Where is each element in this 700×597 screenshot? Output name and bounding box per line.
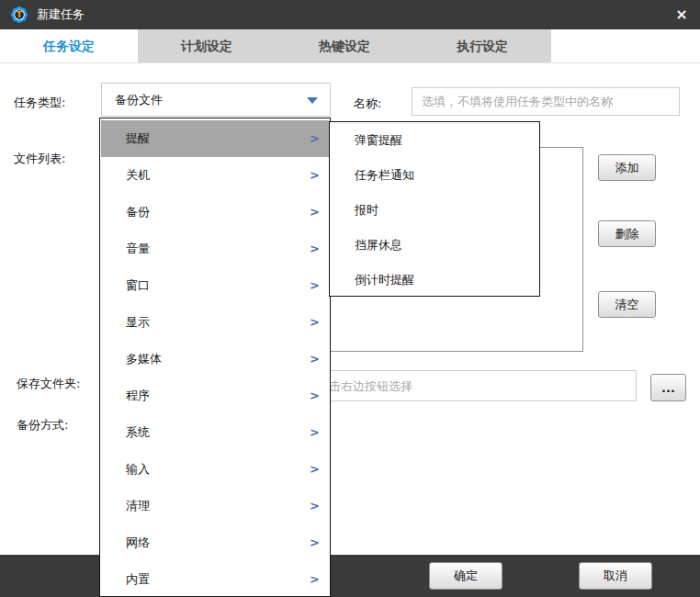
menu-item-label: 内置 xyxy=(126,561,150,597)
task-type-menu: 提醒 > 关机 > 备份 > 音量 > 窗口 > 显示 > 多媒体 > 程序 > xyxy=(99,118,331,597)
new-task-dialog: T 新建任务 × 任务设定 计划设定 热键设定 执行设定 任务类型: 名称: 文… xyxy=(0,0,700,597)
delete-button[interactable]: 删除 xyxy=(598,220,656,247)
submenu-arrow-icon: > xyxy=(310,267,320,304)
menu-item-label: 系统 xyxy=(126,414,150,451)
menu-item-label: 多媒体 xyxy=(126,341,162,377)
close-icon[interactable]: × xyxy=(669,4,694,26)
menu-item-label: 提醒 xyxy=(126,120,150,157)
menu-item-network[interactable]: 网络 > xyxy=(101,524,329,561)
submenu-item-label: 倒计时提醒 xyxy=(355,263,414,298)
app-logo-icon: T xyxy=(9,5,29,25)
submenu-arrow-icon: > xyxy=(310,524,320,561)
task-type-value: 备份文件 xyxy=(115,84,163,116)
menu-item-backup[interactable]: 备份 > xyxy=(101,194,329,231)
menu-item-label: 程序 xyxy=(126,377,150,414)
menu-item-label: 显示 xyxy=(126,304,150,341)
backup-mode-label: 备份方式: xyxy=(17,417,68,434)
submenu-arrow-icon: > xyxy=(310,488,320,524)
menu-item-label: 网络 xyxy=(126,524,150,561)
submenu-arrow-icon: > xyxy=(310,451,320,488)
window-title: 新建任务 xyxy=(37,0,85,29)
reminder-submenu: 弹窗提醒 任务栏通知 报时 挡屏休息 倒计时提醒 xyxy=(329,121,540,297)
cancel-button[interactable]: 取消 xyxy=(579,562,652,590)
name-label: 名称: xyxy=(354,96,381,112)
submenu-arrow-icon: > xyxy=(310,157,320,194)
submenu-arrow-icon: > xyxy=(310,561,320,597)
app-logo-letter: T xyxy=(17,10,22,19)
submenu-item-taskbar-notify[interactable]: 任务栏通知 xyxy=(331,158,538,193)
menu-item-program[interactable]: 程序 > xyxy=(101,377,329,414)
menu-item-label: 清理 xyxy=(126,488,150,524)
name-input[interactable] xyxy=(412,87,680,116)
menu-item-input[interactable]: 输入 > xyxy=(101,451,329,488)
tab-hotkey-settings[interactable]: 热键设定 xyxy=(276,29,413,62)
submenu-arrow-icon: > xyxy=(310,414,320,451)
task-type-combobox[interactable]: 备份文件 xyxy=(101,83,331,117)
submenu-item-label: 报时 xyxy=(355,193,378,228)
submenu-item-popup-reminder[interactable]: 弹窗提醒 xyxy=(331,123,538,158)
menu-item-system[interactable]: 系统 > xyxy=(101,414,329,451)
submenu-item-screen-rest[interactable]: 挡屏休息 xyxy=(331,228,538,263)
menu-item-volume[interactable]: 音量 > xyxy=(101,231,329,267)
browse-button[interactable]: ... xyxy=(650,374,686,401)
menu-item-multimedia[interactable]: 多媒体 > xyxy=(101,341,329,377)
title-bar: T 新建任务 × xyxy=(0,0,700,29)
menu-item-reminder[interactable]: 提醒 > xyxy=(101,120,329,157)
tab-execute-settings[interactable]: 执行设定 xyxy=(413,29,551,62)
tab-strip: 任务设定 计划设定 热键设定 执行设定 xyxy=(0,29,700,62)
submenu-arrow-icon: > xyxy=(310,231,320,267)
menu-item-label: 备份 xyxy=(126,194,150,231)
menu-item-cleanup[interactable]: 清理 > xyxy=(101,488,329,524)
chevron-down-icon xyxy=(307,97,318,104)
menu-item-window[interactable]: 窗口 > xyxy=(101,267,329,304)
menu-item-builtin[interactable]: 内置 > xyxy=(101,561,329,597)
task-type-label: 任务类型: xyxy=(14,95,65,111)
menu-item-display[interactable]: 显示 > xyxy=(101,304,329,341)
add-button[interactable]: 添加 xyxy=(598,154,656,181)
file-list-label: 文件列表: xyxy=(14,151,65,167)
menu-item-label: 窗口 xyxy=(126,267,150,304)
tab-plan-settings[interactable]: 计划设定 xyxy=(138,29,276,62)
submenu-item-time-announce[interactable]: 报时 xyxy=(331,193,538,228)
tab-task-settings[interactable]: 任务设定 xyxy=(0,29,138,62)
menu-item-label: 音量 xyxy=(126,231,150,267)
submenu-arrow-icon: > xyxy=(310,120,320,157)
submenu-arrow-icon: > xyxy=(310,377,320,414)
menu-item-label: 关机 xyxy=(126,157,150,194)
menu-item-shutdown[interactable]: 关机 > xyxy=(101,157,329,194)
submenu-item-label: 弹窗提醒 xyxy=(355,123,402,158)
submenu-item-countdown-remind[interactable]: 倒计时提醒 xyxy=(331,263,538,298)
submenu-item-label: 挡屏休息 xyxy=(355,228,402,263)
ok-button[interactable]: 确定 xyxy=(429,562,502,590)
tab-separator xyxy=(0,62,700,63)
submenu-arrow-icon: > xyxy=(310,194,320,231)
menu-item-label: 输入 xyxy=(126,451,150,488)
submenu-arrow-icon: > xyxy=(310,304,320,341)
clear-button[interactable]: 清空 xyxy=(598,291,656,318)
submenu-arrow-icon: > xyxy=(310,341,320,377)
submenu-item-label: 任务栏通知 xyxy=(355,158,414,193)
save-folder-label: 保存文件夹: xyxy=(17,376,80,392)
